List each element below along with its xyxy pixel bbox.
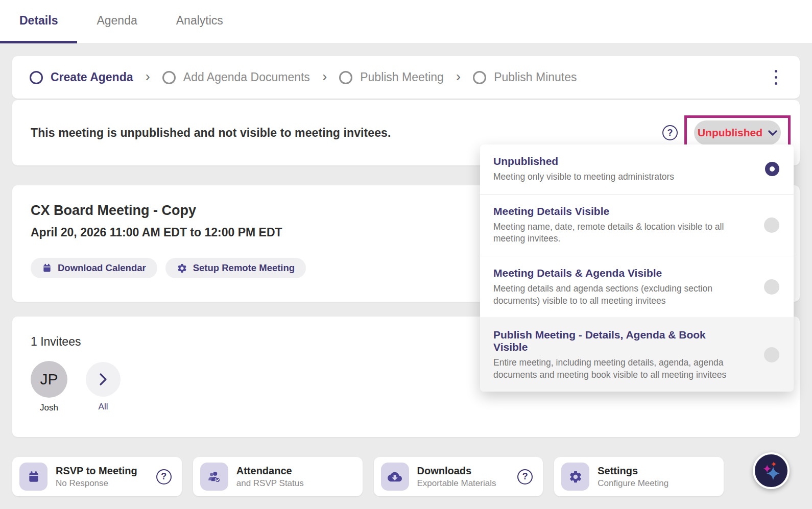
calendar-icon	[42, 263, 52, 273]
step-circle-icon	[339, 71, 352, 84]
help-icon[interactable]: ?	[156, 469, 172, 484]
menu-option-unpublished[interactable]: Unpublished Meeting only visible to meet…	[480, 144, 794, 195]
workflow-stepper: Create Agenda › Add Agenda Documents › P…	[12, 56, 800, 99]
invitee-josh[interactable]: JP Josh	[31, 361, 67, 413]
footer-cards-row: RSVP to Meeting No Response ? Attendance…	[12, 457, 724, 496]
view-all-invitees[interactable]: All	[86, 361, 121, 413]
step-circle-icon	[30, 71, 43, 84]
tab-agenda[interactable]: Agenda	[77, 0, 156, 43]
menu-option-publish-meeting[interactable]: Publish Meeting - Details, Agenda & Book…	[480, 318, 794, 392]
chevron-down-icon	[768, 130, 777, 136]
radio-unselected-icon[interactable]	[764, 279, 779, 295]
sparkles-icon	[760, 460, 782, 481]
chevron-right-icon: ›	[322, 68, 327, 87]
tab-analytics[interactable]: Analytics	[157, 0, 243, 43]
help-icon[interactable]: ?	[662, 125, 678, 140]
step-publish-meeting[interactable]: Publish Meeting	[339, 70, 444, 84]
step-publish-minutes[interactable]: Publish Minutes	[473, 70, 577, 84]
publish-status-dropdown-button[interactable]: Unpublished	[694, 120, 781, 145]
step-circle-icon	[162, 71, 176, 84]
radio-selected-icon[interactable]	[765, 162, 779, 176]
chevron-right-icon: ›	[145, 68, 150, 87]
step-circle-icon	[473, 71, 486, 84]
settings-card[interactable]: Settings Configure Meeting	[554, 457, 724, 496]
radio-unselected-icon[interactable]	[764, 347, 779, 362]
download-calendar-button[interactable]: Download Calendar	[31, 258, 157, 278]
status-label: Unpublished	[698, 127, 762, 139]
all-invitees-button[interactable]	[86, 362, 121, 397]
radio-unselected-icon[interactable]	[764, 217, 779, 233]
assistant-fab-button[interactable]	[753, 452, 790, 489]
calendar-icon	[19, 463, 47, 491]
setup-remote-meeting-button[interactable]: Setup Remote Meeting	[165, 258, 306, 278]
banner-message: This meeting is unpublished and not visi…	[31, 126, 391, 140]
rsvp-card[interactable]: RSVP to Meeting No Response ?	[12, 457, 182, 496]
kebab-menu-icon[interactable]	[770, 66, 782, 89]
chevron-right-icon	[98, 373, 108, 386]
tab-bar: Details Agenda Analytics	[0, 0, 812, 44]
gear-icon	[561, 463, 589, 491]
downloads-card[interactable]: Downloads Exportable Materials ?	[374, 457, 543, 496]
step-create-agenda[interactable]: Create Agenda	[30, 70, 133, 84]
step-add-agenda-documents[interactable]: Add Agenda Documents	[162, 70, 310, 84]
people-check-icon	[200, 463, 228, 491]
tab-details[interactable]: Details	[0, 0, 77, 43]
menu-option-details-visible[interactable]: Meeting Details Visible Meeting name, da…	[480, 195, 794, 256]
gear-icon	[177, 263, 187, 274]
cloud-download-icon	[381, 463, 409, 491]
chevron-right-icon: ›	[456, 68, 461, 87]
meeting-details-page: Details Agenda Analytics Create Agenda ›…	[0, 0, 812, 509]
help-icon[interactable]: ?	[517, 469, 533, 484]
menu-option-details-agenda-visible[interactable]: Meeting Details & Agenda Visible Meeting…	[480, 256, 794, 318]
publish-status-menu: Unpublished Meeting only visible to meet…	[480, 144, 794, 392]
attendance-card[interactable]: Attendance and RSVP Status	[193, 457, 363, 496]
avatar[interactable]: JP	[31, 361, 67, 398]
